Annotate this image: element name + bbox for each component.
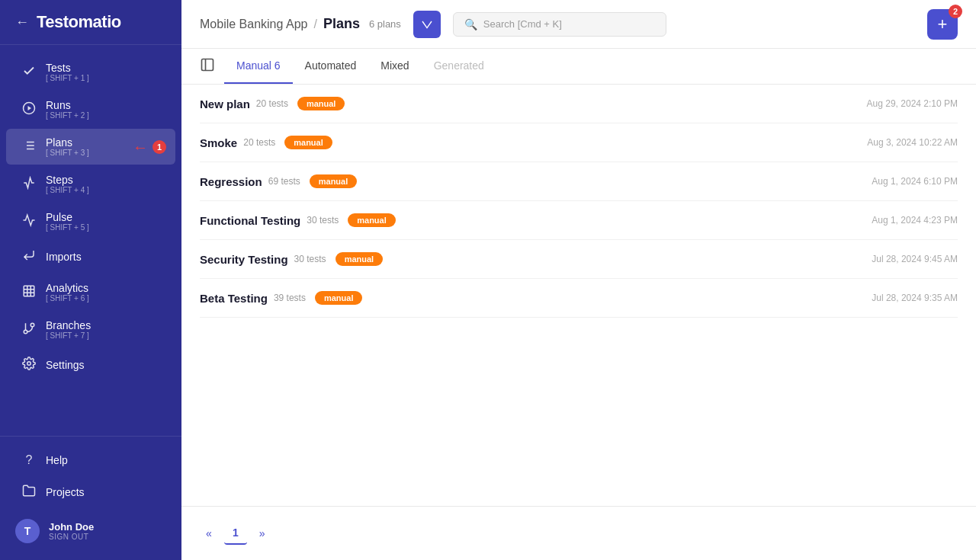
- sidebar-item-tests[interactable]: Tests [ SHIFT + 1 ]: [6, 54, 175, 90]
- filter-button[interactable]: [413, 11, 441, 38]
- plan-count: 30 tests: [294, 254, 326, 264]
- tab-generated: Generated: [422, 49, 496, 84]
- analytics-shortcut: [ SHIFT + 6 ]: [46, 294, 89, 302]
- sign-out-label[interactable]: SIGN OUT: [49, 533, 94, 541]
- branches-label: Branches: [46, 319, 91, 331]
- plan-badge: manual: [315, 291, 363, 305]
- main-content: Mobile Banking App / Plans 6 plans 🔍 Sea…: [181, 0, 976, 560]
- search-box[interactable]: 🔍 Search [Cmd + K]: [453, 12, 666, 37]
- steps-icon: [21, 176, 37, 193]
- header: Mobile Banking App / Plans 6 plans 🔍 Sea…: [181, 0, 976, 49]
- plan-name: New plan: [200, 98, 250, 110]
- branches-icon: [21, 322, 37, 338]
- svg-rect-8: [24, 286, 34, 296]
- breadcrumb-separator: /: [313, 18, 316, 31]
- projects-icon: [21, 484, 37, 501]
- settings-icon: [21, 357, 37, 373]
- pulse-shortcut: [ SHIFT + 5 ]: [46, 223, 89, 232]
- sidebar: ← Testomatio Tests [ SHIFT + 1 ] Runs [ …: [0, 0, 181, 560]
- sidebar-nav: Tests [ SHIFT + 1 ] Runs [ SHIFT + 2 ] P…: [0, 45, 181, 436]
- plan-name: Functional Testing: [200, 214, 300, 227]
- plans-badge: 1: [152, 140, 166, 154]
- imports-icon: [21, 248, 37, 265]
- plan-count: 20 tests: [243, 137, 275, 148]
- projects-label: Projects: [46, 486, 85, 498]
- plans-label: Plans: [46, 136, 89, 149]
- plan-badge: manual: [348, 213, 396, 227]
- help-icon: ?: [21, 453, 37, 467]
- svg-point-11: [24, 330, 27, 334]
- plan-count: 39 tests: [274, 293, 306, 303]
- pulse-icon: [21, 213, 37, 230]
- search-icon: 🔍: [464, 18, 477, 30]
- plan-date: Aug 1, 2024 4:23 PM: [872, 215, 958, 226]
- tab-manual[interactable]: Manual 6: [224, 49, 293, 84]
- plan-row[interactable]: Smoke 20 tests manual Aug 3, 2024 10:22 …: [200, 123, 958, 162]
- add-button[interactable]: + 2: [927, 9, 958, 40]
- plan-count: 20 tests: [256, 98, 288, 109]
- svg-point-12: [27, 362, 31, 366]
- plan-row[interactable]: Security Testing 30 tests manual Jul 28,…: [200, 240, 958, 279]
- analytics-icon: [21, 284, 37, 301]
- app-logo: Testomatio: [37, 12, 121, 32]
- sidebar-item-branches[interactable]: Branches [ SHIFT + 7 ]: [6, 312, 175, 347]
- sidebar-item-plans[interactable]: Plans [ SHIFT + 3 ] ←1: [6, 129, 175, 165]
- sidebar-item-runs[interactable]: Runs [ SHIFT + 2 ]: [6, 91, 175, 127]
- branches-shortcut: [ SHIFT + 7 ]: [46, 331, 91, 340]
- plan-row[interactable]: Functional Testing 30 tests manual Aug 1…: [200, 201, 958, 240]
- runs-label: Runs: [46, 99, 89, 111]
- analytics-label: Analytics: [46, 282, 89, 294]
- plan-count: 69 tests: [268, 176, 300, 187]
- sidebar-item-steps[interactable]: Steps [ SHIFT + 4 ]: [6, 166, 175, 202]
- plan-name: Security Testing: [200, 253, 288, 266]
- breadcrumb-current: Plans: [323, 16, 360, 32]
- pulse-label: Pulse: [46, 211, 89, 223]
- sidebar-item-settings[interactable]: Settings: [6, 349, 175, 381]
- settings-label: Settings: [46, 359, 85, 371]
- sidebar-item-imports[interactable]: Imports: [6, 241, 175, 273]
- plan-row[interactable]: Beta Testing 39 tests manual Jul 28, 202…: [200, 279, 958, 318]
- user-name: John Doe: [49, 521, 94, 533]
- sidebar-header: ← Testomatio: [0, 0, 181, 45]
- svg-marker-1: [28, 106, 32, 110]
- plan-date: Jul 28, 2024 9:35 AM: [872, 293, 958, 303]
- sidebar-item-analytics[interactable]: Analytics [ SHIFT + 6 ]: [6, 274, 175, 310]
- tab-automated[interactable]: Automated: [293, 49, 369, 84]
- plan-row[interactable]: Regression 69 tests manual Aug 1, 2024 6…: [200, 162, 958, 201]
- plans-count: 6 plans: [369, 18, 401, 30]
- plans-shortcut: [ SHIFT + 3 ]: [46, 149, 89, 157]
- avatar: T: [15, 519, 40, 543]
- plan-date: Aug 1, 2024 6:10 PM: [872, 176, 958, 187]
- plan-name: Smoke: [200, 136, 237, 149]
- tests-icon: [21, 64, 37, 81]
- pagination-current[interactable]: 1: [224, 522, 247, 545]
- plan-badge: manual: [297, 97, 345, 110]
- breadcrumb-parent[interactable]: Mobile Banking App: [200, 18, 307, 31]
- sidebar-item-projects[interactable]: Projects: [6, 476, 175, 508]
- runs-icon: [21, 101, 37, 118]
- search-placeholder: Search [Cmd + K]: [483, 18, 562, 30]
- plan-row[interactable]: New plan 20 tests manual Aug 29, 2024 2:…: [200, 85, 958, 123]
- add-button-badge: 2: [949, 5, 962, 18]
- pagination-prev[interactable]: «: [200, 524, 218, 542]
- plan-badge: manual: [336, 252, 384, 266]
- steps-label: Steps: [46, 174, 89, 186]
- pagination-next[interactable]: »: [253, 524, 271, 542]
- plans-list: New plan 20 tests manual Aug 29, 2024 2:…: [181, 85, 976, 506]
- plans-arrow: ←: [133, 138, 148, 155]
- plan-badge: manual: [310, 174, 358, 188]
- tests-shortcut: [ SHIFT + 1 ]: [46, 74, 89, 82]
- plan-date: Aug 3, 2024 10:22 AM: [867, 137, 958, 148]
- pagination: « 1 »: [181, 506, 976, 560]
- runs-shortcut: [ SHIFT + 2 ]: [46, 111, 89, 120]
- back-icon[interactable]: ←: [15, 14, 29, 30]
- sidebar-item-help[interactable]: ? Help: [6, 446, 175, 475]
- tabs-bar: Manual 6 Automated Mixed Generated: [181, 49, 976, 85]
- sidebar-item-pulse[interactable]: Pulse [ SHIFT + 5 ]: [6, 203, 175, 239]
- imports-label: Imports: [46, 251, 82, 263]
- user-profile[interactable]: T John Doe SIGN OUT: [0, 510, 181, 552]
- sidebar-bottom: ? Help Projects T John Doe SIGN OUT: [0, 436, 181, 560]
- help-label: Help: [46, 454, 68, 466]
- tab-mixed[interactable]: Mixed: [368, 49, 421, 84]
- svg-rect-13: [202, 59, 214, 70]
